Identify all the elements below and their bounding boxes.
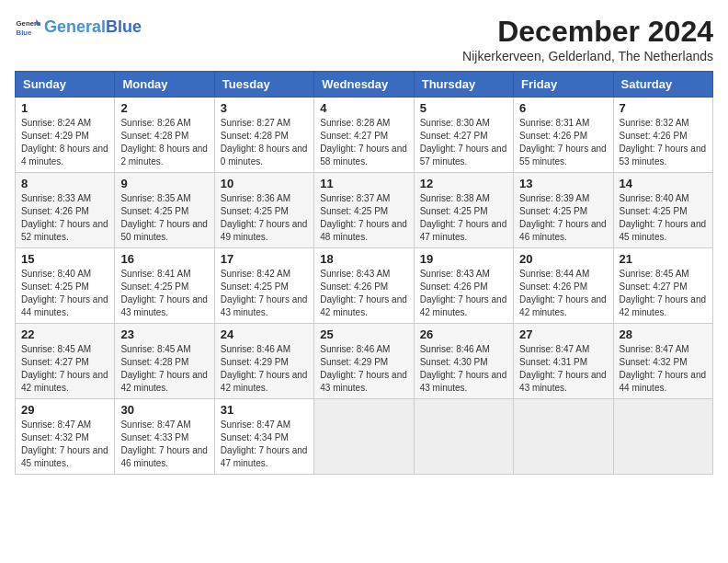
calendar-cell: 28 Sunrise: 8:47 AM Sunset: 4:32 PM Dayl… xyxy=(613,324,712,399)
day-info: Sunrise: 8:35 AM Sunset: 4:25 PM Dayligh… xyxy=(120,192,208,244)
day-number: 18 xyxy=(320,252,407,266)
day-number: 26 xyxy=(420,327,507,341)
calendar-cell: 1 Sunrise: 8:24 AM Sunset: 4:29 PM Dayli… xyxy=(16,98,115,173)
calendar-cell: 30 Sunrise: 8:47 AM Sunset: 4:33 PM Dayl… xyxy=(115,399,214,475)
calendar-week-4: 22 Sunrise: 8:45 AM Sunset: 4:27 PM Dayl… xyxy=(16,324,713,399)
day-info: Sunrise: 8:43 AM Sunset: 4:26 PM Dayligh… xyxy=(320,268,407,319)
day-info: Sunrise: 8:46 AM Sunset: 4:29 PM Dayligh… xyxy=(221,343,308,395)
calendar-cell: 19 Sunrise: 8:43 AM Sunset: 4:26 PM Dayl… xyxy=(414,248,513,324)
calendar-cell xyxy=(314,399,414,475)
day-number: 3 xyxy=(221,101,308,115)
day-number: 31 xyxy=(221,403,308,417)
calendar-cell: 17 Sunrise: 8:42 AM Sunset: 4:25 PM Dayl… xyxy=(214,248,313,324)
calendar-cell xyxy=(414,399,513,475)
calendar-cell: 12 Sunrise: 8:38 AM Sunset: 4:25 PM Dayl… xyxy=(414,173,513,248)
calendar-cell: 9 Sunrise: 8:35 AM Sunset: 4:25 PM Dayli… xyxy=(115,173,214,248)
calendar-cell: 27 Sunrise: 8:47 AM Sunset: 4:31 PM Dayl… xyxy=(514,324,613,399)
day-info: Sunrise: 8:43 AM Sunset: 4:26 PM Dayligh… xyxy=(420,268,507,319)
day-info: Sunrise: 8:38 AM Sunset: 4:25 PM Dayligh… xyxy=(420,192,507,244)
calendar-cell: 5 Sunrise: 8:30 AM Sunset: 4:27 PM Dayli… xyxy=(414,98,513,173)
calendar-cell: 6 Sunrise: 8:31 AM Sunset: 4:26 PM Dayli… xyxy=(514,98,613,173)
day-number: 16 xyxy=(120,252,208,266)
col-monday: Monday xyxy=(115,72,214,98)
day-number: 22 xyxy=(21,327,108,341)
day-info: Sunrise: 8:40 AM Sunset: 4:25 PM Dayligh… xyxy=(21,268,108,319)
day-number: 10 xyxy=(221,177,308,190)
day-number: 28 xyxy=(620,327,707,341)
day-number: 5 xyxy=(420,101,507,115)
day-info: Sunrise: 8:47 AM Sunset: 4:32 PM Dayligh… xyxy=(620,343,707,395)
day-number: 24 xyxy=(221,327,308,341)
calendar-cell: 3 Sunrise: 8:27 AM Sunset: 4:28 PM Dayli… xyxy=(214,98,313,173)
day-info: Sunrise: 8:31 AM Sunset: 4:26 PM Dayligh… xyxy=(519,117,607,168)
day-number: 14 xyxy=(620,177,707,190)
day-info: Sunrise: 8:33 AM Sunset: 4:26 PM Dayligh… xyxy=(21,192,108,244)
day-info: Sunrise: 8:36 AM Sunset: 4:25 PM Dayligh… xyxy=(221,192,308,244)
day-info: Sunrise: 8:47 AM Sunset: 4:31 PM Dayligh… xyxy=(519,343,607,395)
day-info: Sunrise: 8:47 AM Sunset: 4:34 PM Dayligh… xyxy=(221,419,308,470)
day-number: 17 xyxy=(221,252,308,266)
calendar-week-3: 15 Sunrise: 8:40 AM Sunset: 4:25 PM Dayl… xyxy=(16,248,713,324)
day-info: Sunrise: 8:39 AM Sunset: 4:25 PM Dayligh… xyxy=(519,192,607,244)
day-info: Sunrise: 8:44 AM Sunset: 4:26 PM Dayligh… xyxy=(519,268,607,319)
day-info: Sunrise: 8:24 AM Sunset: 4:29 PM Dayligh… xyxy=(21,117,108,168)
logo-icon: General Blue xyxy=(15,15,40,40)
day-number: 9 xyxy=(120,177,208,190)
calendar-cell: 23 Sunrise: 8:45 AM Sunset: 4:28 PM Dayl… xyxy=(115,324,214,399)
day-number: 7 xyxy=(620,101,707,115)
col-saturday: Saturday xyxy=(613,72,712,98)
day-number: 12 xyxy=(420,177,507,190)
calendar-cell xyxy=(613,399,712,475)
calendar-cell: 21 Sunrise: 8:45 AM Sunset: 4:27 PM Dayl… xyxy=(613,248,712,324)
col-friday: Friday xyxy=(514,72,613,98)
day-info: Sunrise: 8:46 AM Sunset: 4:29 PM Dayligh… xyxy=(320,343,407,395)
day-info: Sunrise: 8:46 AM Sunset: 4:30 PM Dayligh… xyxy=(420,343,507,395)
col-wednesday: Wednesday xyxy=(314,72,414,98)
title-block: December 2024 Nijkerkerveen, Gelderland,… xyxy=(462,15,713,63)
calendar-cell: 29 Sunrise: 8:47 AM Sunset: 4:32 PM Dayl… xyxy=(16,399,115,475)
calendar-week-2: 8 Sunrise: 8:33 AM Sunset: 4:26 PM Dayli… xyxy=(16,173,713,248)
col-thursday: Thursday xyxy=(414,72,513,98)
day-info: Sunrise: 8:45 AM Sunset: 4:27 PM Dayligh… xyxy=(21,343,108,395)
svg-text:Blue: Blue xyxy=(17,29,33,37)
day-number: 1 xyxy=(21,101,108,115)
day-number: 30 xyxy=(120,403,208,417)
calendar-cell: 24 Sunrise: 8:46 AM Sunset: 4:29 PM Dayl… xyxy=(214,324,313,399)
day-info: Sunrise: 8:45 AM Sunset: 4:27 PM Dayligh… xyxy=(620,268,707,319)
day-number: 8 xyxy=(21,177,108,190)
day-number: 25 xyxy=(320,327,407,341)
calendar-cell: 25 Sunrise: 8:46 AM Sunset: 4:29 PM Dayl… xyxy=(314,324,414,399)
calendar-week-5: 29 Sunrise: 8:47 AM Sunset: 4:32 PM Dayl… xyxy=(16,399,713,475)
calendar-cell: 4 Sunrise: 8:28 AM Sunset: 4:27 PM Dayli… xyxy=(314,98,414,173)
page-header: General Blue GeneralBlue December 2024 N… xyxy=(15,15,713,63)
day-info: Sunrise: 8:40 AM Sunset: 4:25 PM Dayligh… xyxy=(620,192,707,244)
calendar-cell: 26 Sunrise: 8:46 AM Sunset: 4:30 PM Dayl… xyxy=(414,324,513,399)
calendar-cell: 13 Sunrise: 8:39 AM Sunset: 4:25 PM Dayl… xyxy=(514,173,613,248)
day-number: 27 xyxy=(519,327,607,341)
day-info: Sunrise: 8:45 AM Sunset: 4:28 PM Dayligh… xyxy=(120,343,208,395)
day-info: Sunrise: 8:28 AM Sunset: 4:27 PM Dayligh… xyxy=(320,117,407,168)
calendar-table: Sunday Monday Tuesday Wednesday Thursday… xyxy=(15,71,713,475)
logo-blue: Blue xyxy=(106,17,142,36)
day-info: Sunrise: 8:27 AM Sunset: 4:28 PM Dayligh… xyxy=(221,117,308,168)
calendar-cell: 2 Sunrise: 8:26 AM Sunset: 4:28 PM Dayli… xyxy=(115,98,214,173)
day-number: 2 xyxy=(120,101,208,115)
calendar-cell xyxy=(514,399,613,475)
day-number: 4 xyxy=(320,101,407,115)
calendar-cell: 31 Sunrise: 8:47 AM Sunset: 4:34 PM Dayl… xyxy=(214,399,313,475)
logo-general: General xyxy=(44,17,106,36)
day-number: 11 xyxy=(320,177,407,190)
calendar-cell: 14 Sunrise: 8:40 AM Sunset: 4:25 PM Dayl… xyxy=(613,173,712,248)
calendar-cell: 7 Sunrise: 8:32 AM Sunset: 4:26 PM Dayli… xyxy=(613,98,712,173)
calendar-cell: 15 Sunrise: 8:40 AM Sunset: 4:25 PM Dayl… xyxy=(16,248,115,324)
calendar-cell: 8 Sunrise: 8:33 AM Sunset: 4:26 PM Dayli… xyxy=(16,173,115,248)
calendar-cell: 22 Sunrise: 8:45 AM Sunset: 4:27 PM Dayl… xyxy=(16,324,115,399)
day-number: 15 xyxy=(21,252,108,266)
col-tuesday: Tuesday xyxy=(214,72,313,98)
day-info: Sunrise: 8:41 AM Sunset: 4:25 PM Dayligh… xyxy=(120,268,208,319)
calendar-cell: 11 Sunrise: 8:37 AM Sunset: 4:25 PM Dayl… xyxy=(314,173,414,248)
calendar-week-1: 1 Sunrise: 8:24 AM Sunset: 4:29 PM Dayli… xyxy=(16,98,713,173)
day-info: Sunrise: 8:37 AM Sunset: 4:25 PM Dayligh… xyxy=(320,192,407,244)
calendar-header-row: Sunday Monday Tuesday Wednesday Thursday… xyxy=(16,72,713,98)
calendar-cell: 10 Sunrise: 8:36 AM Sunset: 4:25 PM Dayl… xyxy=(214,173,313,248)
